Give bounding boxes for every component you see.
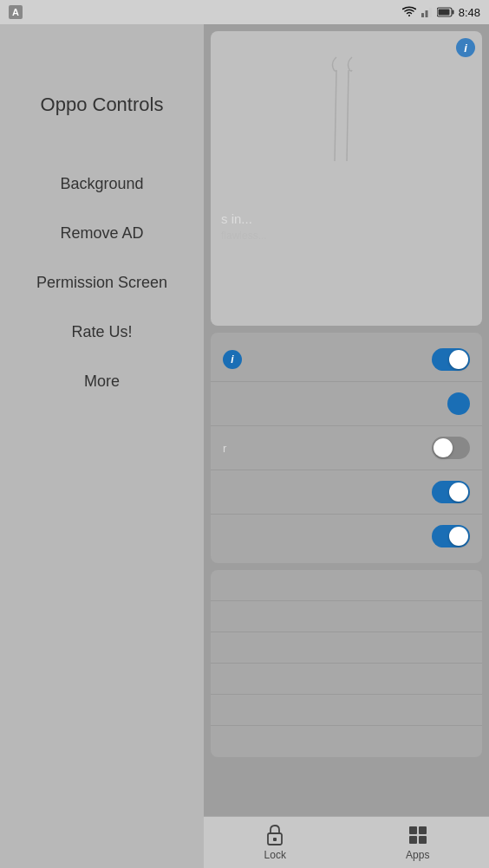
toggle-row-3: r: [211, 426, 482, 470]
product-image: [321, 49, 373, 187]
list-row-6: [211, 726, 482, 757]
status-bar: A 8:48: [0, 0, 489, 24]
svg-line-6: [335, 70, 336, 161]
apps-icon: [407, 824, 429, 846]
svg-rect-0: [421, 13, 424, 17]
list-row-5: [211, 695, 482, 726]
svg-rect-12: [409, 836, 417, 844]
status-bar-left: A: [9, 5, 23, 19]
nav-lock-label: Lock: [264, 849, 286, 861]
main-area: Oppo Controls Background Remove AD Permi…: [0, 24, 489, 868]
product-subtitle: flawless...: [221, 230, 472, 242]
nav-item-lock[interactable]: Lock: [204, 824, 347, 861]
toggle-4[interactable]: [432, 481, 470, 503]
bottom-nav: Lock Apps: [204, 816, 489, 868]
svg-rect-9: [273, 838, 277, 841]
sidebar: Oppo Controls Background Remove AD Permi…: [0, 24, 204, 868]
sidebar-item-more[interactable]: More: [0, 357, 204, 406]
list-row-2: [211, 601, 482, 632]
sidebar-menu: Background Remove AD Permission Screen R…: [0, 159, 204, 406]
product-title: s in...: [221, 211, 472, 226]
toggle-5[interactable]: [432, 525, 470, 547]
toggle-thumb-5: [449, 527, 468, 546]
settings-area: i r: [211, 333, 482, 563]
sidebar-item-remove-ad[interactable]: Remove AD: [0, 209, 204, 258]
right-panel: i s in... flawless...: [204, 24, 489, 868]
sidebar-item-permission-screen[interactable]: Permission Screen: [0, 258, 204, 308]
nav-item-apps[interactable]: Apps: [347, 824, 490, 861]
row-info-area-1: i: [223, 350, 242, 369]
list-area: [211, 570, 482, 757]
toggle-row-2: [211, 382, 482, 426]
list-row-1: [211, 570, 482, 601]
signal-icon: [421, 6, 433, 18]
svg-rect-13: [419, 836, 427, 844]
list-row-3: [211, 632, 482, 664]
toggle-row-1: i: [211, 338, 482, 382]
svg-rect-4: [452, 10, 453, 15]
toggle-row-4: [211, 470, 482, 515]
sidebar-item-background[interactable]: Background: [0, 159, 204, 209]
wifi-icon: [402, 6, 416, 18]
list-row-4: [211, 664, 482, 695]
product-image-area: [211, 31, 482, 204]
product-card: i s in... flawless...: [211, 31, 482, 326]
svg-rect-2: [429, 8, 432, 17]
toggle-thumb-3: [434, 438, 453, 457]
ad-info-icon[interactable]: i: [456, 38, 475, 57]
svg-rect-5: [438, 10, 449, 16]
product-text-area: s in... flawless...: [211, 204, 482, 249]
status-bar-right: 8:48: [402, 6, 480, 19]
toggle-row-5: [211, 515, 482, 558]
battery-icon: [437, 7, 454, 17]
sidebar-title: Oppo Controls: [41, 94, 164, 116]
toggle-1[interactable]: [432, 348, 470, 371]
svg-rect-11: [419, 826, 427, 834]
svg-rect-1: [425, 10, 427, 17]
toggle-thumb-4: [449, 483, 468, 502]
svg-line-7: [347, 70, 349, 161]
row-info-icon-1[interactable]: i: [223, 350, 242, 369]
nav-apps-label: Apps: [406, 849, 429, 861]
toggle-thumb-1: [449, 350, 468, 369]
radio-dot-2[interactable]: [447, 392, 470, 415]
lock-icon: [264, 824, 286, 846]
svg-rect-10: [409, 826, 417, 834]
sidebar-item-rate-us[interactable]: Rate Us!: [0, 308, 204, 357]
time-display: 8:48: [459, 6, 480, 19]
toggle-3[interactable]: [432, 437, 470, 459]
a-icon: A: [9, 5, 23, 19]
toggle-label-3: r: [223, 442, 226, 455]
